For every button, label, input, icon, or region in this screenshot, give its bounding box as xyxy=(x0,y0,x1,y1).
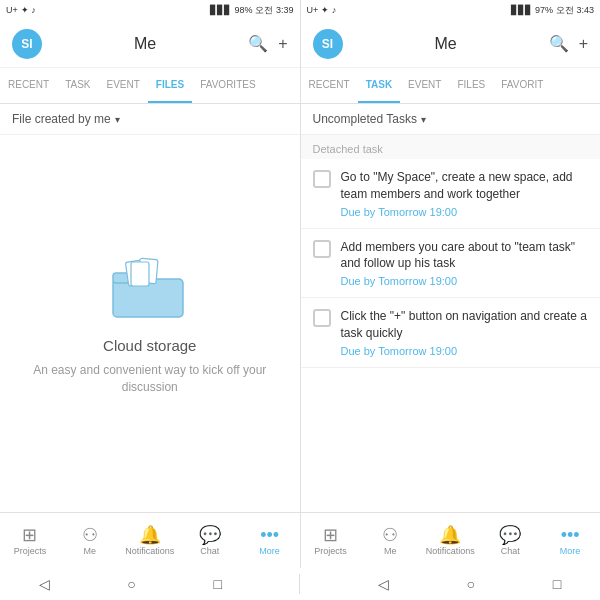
nav-more-left[interactable]: ••• More xyxy=(240,513,300,569)
recent-button-left[interactable]: □ xyxy=(213,576,221,592)
nav-notifications-left[interactable]: 🔔 Notifications xyxy=(120,513,180,569)
right-filter-bar[interactable]: Uncompleted Tasks ▾ xyxy=(301,104,601,135)
battery-right: 97% xyxy=(535,5,553,15)
task-text-0: Go to "My Space", create a new space, ad… xyxy=(341,169,589,203)
left-panel: SI Me 🔍 + RECENT TASK EVENT FILES FAVORI… xyxy=(0,20,301,512)
tab-task-left[interactable]: TASK xyxy=(57,68,98,103)
left-header: SI Me 🔍 + xyxy=(0,20,300,68)
left-filter-bar[interactable]: File created by me ▾ xyxy=(0,104,300,135)
back-button-right[interactable]: ◁ xyxy=(378,576,389,592)
left-empty-state: Cloud storage An easy and convenient way… xyxy=(0,135,300,512)
section-label: Detached task xyxy=(301,135,601,159)
nav-label-projects-left: Projects xyxy=(14,546,47,556)
tab-favorites-right[interactable]: FAVORIT xyxy=(493,68,551,103)
time-right: 오전 3:43 xyxy=(556,4,594,17)
nav-label-more-left: More xyxy=(259,546,280,556)
task-checkbox-0[interactable] xyxy=(313,170,331,188)
right-search-icon[interactable]: 🔍 xyxy=(549,34,569,53)
carrier-right: U+ xyxy=(307,5,319,15)
tab-recent-right[interactable]: RECENT xyxy=(301,68,358,103)
task-due-1: Due by Tomorrow 19:00 xyxy=(341,275,589,287)
signal-left: ▊▊▊ xyxy=(210,5,231,15)
nav-label-projects-right: Projects xyxy=(314,546,347,556)
right-filter-label: Uncompleted Tasks xyxy=(313,112,418,126)
recent-button-right[interactable]: □ xyxy=(553,576,561,592)
right-add-icon[interactable]: + xyxy=(579,35,588,53)
task-content-2: Click the "+" button on navigation and c… xyxy=(341,308,589,357)
signal-right: ▊▊▊ xyxy=(511,5,532,15)
chat-icon-right: 💬 xyxy=(499,526,521,544)
status-bar-left: U+ ✦ ♪ ▊▊▊ 98% 오전 3:39 xyxy=(0,0,300,20)
bottom-nav-row: ⊞ Projects ⚇ Me 🔔 Notifications 💬 Chat •… xyxy=(0,512,600,568)
carrier-left: U+ xyxy=(6,5,18,15)
nav-projects-right[interactable]: ⊞ Projects xyxy=(301,513,361,569)
left-avatar[interactable]: SI xyxy=(12,29,42,59)
nav-more-right[interactable]: ••• More xyxy=(540,513,600,569)
tab-event-right[interactable]: EVENT xyxy=(400,68,449,103)
tab-task-right[interactable]: TASK xyxy=(358,68,400,103)
bottom-nav-right: ⊞ Projects ⚇ Me 🔔 Notifications 💬 Chat •… xyxy=(301,513,601,569)
right-header-title: Me xyxy=(343,35,549,53)
nav-chat-right[interactable]: 💬 Chat xyxy=(480,513,540,569)
nav-label-notifications-right: Notifications xyxy=(426,546,475,556)
cloud-folder-icon xyxy=(105,251,195,321)
battery-left: 98% xyxy=(234,5,252,15)
task-item-0: Go to "My Space", create a new space, ad… xyxy=(301,159,601,229)
task-item-2: Click the "+" button on navigation and c… xyxy=(301,298,601,368)
right-filter-chevron: ▾ xyxy=(421,114,426,125)
projects-icon-left: ⊞ xyxy=(22,526,37,544)
nav-label-more-right: More xyxy=(560,546,581,556)
right-header: SI Me 🔍 + xyxy=(301,20,601,68)
tab-files-right[interactable]: FILES xyxy=(449,68,493,103)
icons-left-left: ✦ ♪ xyxy=(21,5,36,15)
nav-label-chat-left: Chat xyxy=(200,546,219,556)
status-bar-right: U+ ✦ ♪ ▊▊▊ 97% 오전 3:43 xyxy=(301,0,601,20)
empty-subtitle: An easy and convenient way to kick off y… xyxy=(20,362,280,396)
time-left: 오전 3:39 xyxy=(255,4,293,17)
system-nav-bar: ◁ ○ □ ◁ ○ □ xyxy=(0,568,600,600)
right-panel: SI Me 🔍 + RECENT TASK EVENT FILES FAVORI… xyxy=(301,20,601,512)
more-icon-right: ••• xyxy=(561,526,580,544)
nav-label-me-left: Me xyxy=(84,546,97,556)
tab-favorites-left[interactable]: FAVORITES xyxy=(192,68,263,103)
right-avatar[interactable]: SI xyxy=(313,29,343,59)
left-add-icon[interactable]: + xyxy=(278,35,287,53)
me-icon-right: ⚇ xyxy=(382,526,398,544)
nav-label-notifications-left: Notifications xyxy=(125,546,174,556)
icons-left-right: ✦ ♪ xyxy=(321,5,336,15)
nav-projects-left[interactable]: ⊞ Projects xyxy=(0,513,60,569)
task-text-2: Click the "+" button on navigation and c… xyxy=(341,308,589,342)
back-button-left[interactable]: ◁ xyxy=(39,576,50,592)
left-filter-label: File created by me xyxy=(12,112,111,126)
task-checkbox-1[interactable] xyxy=(313,240,331,258)
nav-label-me-right: Me xyxy=(384,546,397,556)
task-content-1: Add members you care about to "team task… xyxy=(341,239,589,288)
tab-event-left[interactable]: EVENT xyxy=(99,68,148,103)
me-icon-left: ⚇ xyxy=(82,526,98,544)
task-checkbox-2[interactable] xyxy=(313,309,331,327)
bottom-nav-left: ⊞ Projects ⚇ Me 🔔 Notifications 💬 Chat •… xyxy=(0,513,300,569)
nav-chat-left[interactable]: 💬 Chat xyxy=(180,513,240,569)
nav-me-left[interactable]: ⚇ Me xyxy=(60,513,120,569)
left-tab-bar: RECENT TASK EVENT FILES FAVORITES xyxy=(0,68,300,104)
svg-rect-4 xyxy=(131,262,149,286)
tab-files-left[interactable]: FILES xyxy=(148,68,192,103)
home-button-left[interactable]: ○ xyxy=(127,576,135,592)
left-filter-chevron: ▾ xyxy=(115,114,120,125)
notifications-icon-left: 🔔 xyxy=(139,526,161,544)
task-due-2: Due by Tomorrow 19:00 xyxy=(341,345,589,357)
notifications-icon-right: 🔔 xyxy=(439,526,461,544)
task-list: Go to "My Space", create a new space, ad… xyxy=(301,159,601,512)
task-due-0: Due by Tomorrow 19:00 xyxy=(341,206,589,218)
left-header-title: Me xyxy=(42,35,248,53)
task-item-1: Add members you care about to "team task… xyxy=(301,229,601,299)
nav-notifications-right[interactable]: 🔔 Notifications xyxy=(420,513,480,569)
more-icon-left: ••• xyxy=(260,526,279,544)
nav-label-chat-right: Chat xyxy=(501,546,520,556)
tab-recent-left[interactable]: RECENT xyxy=(0,68,57,103)
left-search-icon[interactable]: 🔍 xyxy=(248,34,268,53)
nav-me-right[interactable]: ⚇ Me xyxy=(360,513,420,569)
projects-icon-right: ⊞ xyxy=(323,526,338,544)
right-tab-bar: RECENT TASK EVENT FILES FAVORIT xyxy=(301,68,601,104)
home-button-right[interactable]: ○ xyxy=(467,576,475,592)
